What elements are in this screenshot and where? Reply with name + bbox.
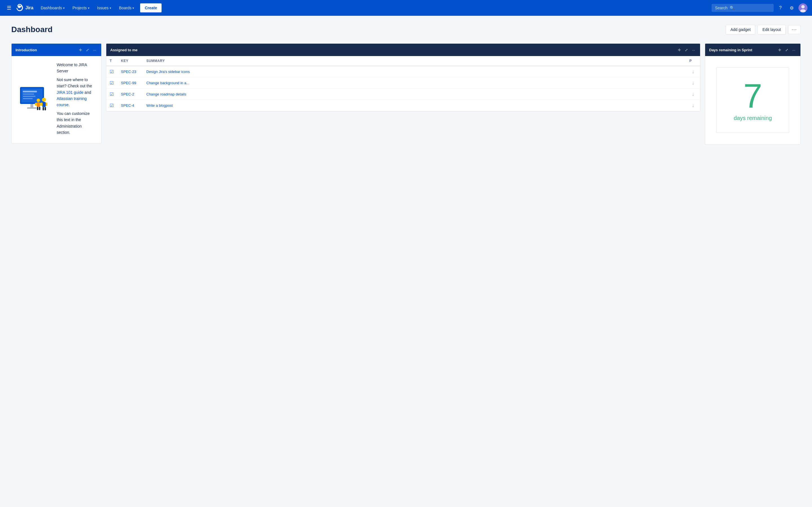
assigned-more-icon[interactable]: ··· <box>691 47 696 53</box>
assigned-table: T Key Summary P ☑ SPEC-23 Design Jira's … <box>106 56 700 111</box>
nav-boards[interactable]: Boards ▾ <box>116 3 137 12</box>
sprint-gadget-controls: ✛ ⤢ ··· <box>777 47 797 53</box>
table-row: ☑ SPEC-2 Change roadmap details ↓ <box>106 89 700 100</box>
row-summary: Design Jira's sidebar icons <box>143 66 686 77</box>
issue-key-link[interactable]: SPEC-2 <box>121 92 134 96</box>
table-row: ☑ SPEC-99 Change background in a... ↓ <box>106 77 700 89</box>
intro-desc1: Not sure where to start? Check out the J… <box>57 76 96 108</box>
nav-dashboards[interactable]: Dashboards ▾ <box>38 3 67 12</box>
svg-rect-19 <box>35 103 37 106</box>
intro-illustration <box>17 86 51 114</box>
sprint-card: 7 days remaining <box>716 67 789 133</box>
row-priority: ↓ <box>686 89 700 100</box>
svg-rect-15 <box>43 107 44 110</box>
nav-projects[interactable]: Projects ▾ <box>70 3 92 12</box>
svg-rect-5 <box>23 91 37 93</box>
issue-summary-link[interactable]: Change roadmap details <box>146 92 186 96</box>
col-header-type: T <box>106 56 117 66</box>
help-icon: ? <box>779 5 782 10</box>
sprint-days-label: days remaining <box>733 115 772 121</box>
checkbox-checked-icon[interactable]: ☑ <box>110 69 114 74</box>
sprint-move-icon[interactable]: ✛ <box>777 47 782 53</box>
sprint-gadget-header: Days remaining in Sprint ✛ ⤢ ··· <box>705 44 801 56</box>
row-key: SPEC-99 <box>117 77 143 89</box>
sprint-gadget-title: Days remaining in Sprint <box>709 48 777 52</box>
add-gadget-button[interactable]: Add gadget <box>726 25 756 34</box>
main-content: Dashboard Add gadget Edit layout ··· Int… <box>0 16 812 154</box>
intro-desc2: You can customize this text in the Admin… <box>57 110 96 136</box>
row-priority: ↓ <box>686 100 700 111</box>
issue-key-link[interactable]: SPEC-4 <box>121 103 134 108</box>
jira-logo-text: Jira <box>26 5 33 10</box>
svg-rect-9 <box>31 104 33 107</box>
svg-rect-6 <box>23 94 34 95</box>
nav-issues[interactable]: Issues ▾ <box>94 3 114 12</box>
search-bar[interactable]: Search 🔍 <box>712 4 774 12</box>
checkbox-checked-icon[interactable]: ☑ <box>110 80 114 86</box>
assigned-gadget-title: Assigned to me <box>110 48 677 52</box>
intro-link-guide[interactable]: JIRA 101 guide <box>57 90 84 95</box>
assigned-gadget-header: Assigned to me ✛ ⤢ ··· <box>106 44 700 56</box>
assigned-move-icon[interactable]: ✛ <box>677 47 682 53</box>
priority-down-icon: ↓ <box>692 80 694 86</box>
issue-summary-link[interactable]: Write a blogpost <box>146 103 173 108</box>
row-key: SPEC-2 <box>117 89 143 100</box>
svg-rect-7 <box>23 96 36 97</box>
intro-link-training[interactable]: Atlassian training course <box>57 96 87 107</box>
intro-body: Welcome to JIRA Server Not sure where to… <box>11 56 101 144</box>
intro-gadget-controls: ✛ ⤢ ··· <box>78 47 97 53</box>
table-row: ☑ SPEC-4 Write a blogpost ↓ <box>106 100 700 111</box>
dashboard-header: Dashboard Add gadget Edit layout ··· <box>11 25 801 34</box>
priority-down-icon: ↓ <box>692 103 694 108</box>
svg-rect-22 <box>39 107 40 110</box>
issue-summary-link[interactable]: Change background in a... <box>146 81 190 85</box>
help-button[interactable]: ? <box>776 3 785 12</box>
svg-point-11 <box>42 98 46 102</box>
table-row: ☑ SPEC-23 Design Jira's sidebar icons ↓ <box>106 66 700 77</box>
sprint-more-icon[interactable]: ··· <box>791 47 797 53</box>
intro-move-icon[interactable]: ✛ <box>78 47 83 53</box>
edit-layout-button[interactable]: Edit layout <box>758 25 785 34</box>
assigned-gadget: Assigned to me ✛ ⤢ ··· T Key Summary P <box>106 43 700 112</box>
row-key: SPEC-23 <box>117 66 143 77</box>
issues-chevron-icon: ▾ <box>110 6 111 10</box>
boards-chevron-icon: ▾ <box>133 6 134 10</box>
gadgets-row: Introduction ✛ ⤢ ··· <box>11 43 801 145</box>
issue-key-link[interactable]: SPEC-99 <box>121 81 136 85</box>
svg-rect-16 <box>45 107 46 110</box>
svg-point-17 <box>37 99 40 102</box>
intro-more-icon[interactable]: ··· <box>92 47 97 53</box>
sprint-days-number: 7 <box>744 79 762 113</box>
intro-expand-icon[interactable]: ⤢ <box>85 47 90 53</box>
intro-gadget-header: Introduction ✛ ⤢ ··· <box>11 44 101 56</box>
row-summary: Change roadmap details <box>143 89 686 100</box>
checkbox-checked-icon[interactable]: ☑ <box>110 103 114 108</box>
checkbox-checked-icon[interactable]: ☑ <box>110 92 114 97</box>
settings-button[interactable]: ⚙ <box>787 3 796 12</box>
sprint-gadget: Days remaining in Sprint ✛ ⤢ ··· 7 days … <box>705 43 801 145</box>
issue-summary-link[interactable]: Design Jira's sidebar icons <box>146 69 190 74</box>
svg-rect-12 <box>42 102 46 107</box>
row-priority: ↓ <box>686 77 700 89</box>
row-summary: Change background in a... <box>143 77 686 89</box>
user-avatar[interactable] <box>799 3 808 12</box>
sprint-expand-icon[interactable]: ⤢ <box>784 47 790 53</box>
more-options-button[interactable]: ··· <box>788 25 801 34</box>
svg-rect-20 <box>40 103 42 106</box>
header-actions: Add gadget Edit layout ··· <box>726 25 801 34</box>
col-header-priority: P <box>686 56 700 66</box>
intro-text: Welcome to JIRA Server Not sure where to… <box>57 62 96 138</box>
col-header-summary: Summary <box>143 56 686 66</box>
assigned-gadget-controls: ✛ ⤢ ··· <box>677 47 696 53</box>
search-placeholder: Search <box>715 6 727 10</box>
col-header-key: Key <box>117 56 143 66</box>
intro-gadget-title: Introduction <box>15 48 78 52</box>
assigned-expand-icon[interactable]: ⤢ <box>684 47 689 53</box>
issue-key-link[interactable]: SPEC-23 <box>121 69 136 74</box>
jira-logo[interactable]: Jira <box>16 4 33 12</box>
svg-rect-14 <box>46 103 47 106</box>
hamburger-menu[interactable]: ☰ <box>4 3 13 13</box>
create-button[interactable]: Create <box>140 3 161 12</box>
jira-logo-icon <box>16 4 24 12</box>
svg-rect-10 <box>27 107 37 109</box>
